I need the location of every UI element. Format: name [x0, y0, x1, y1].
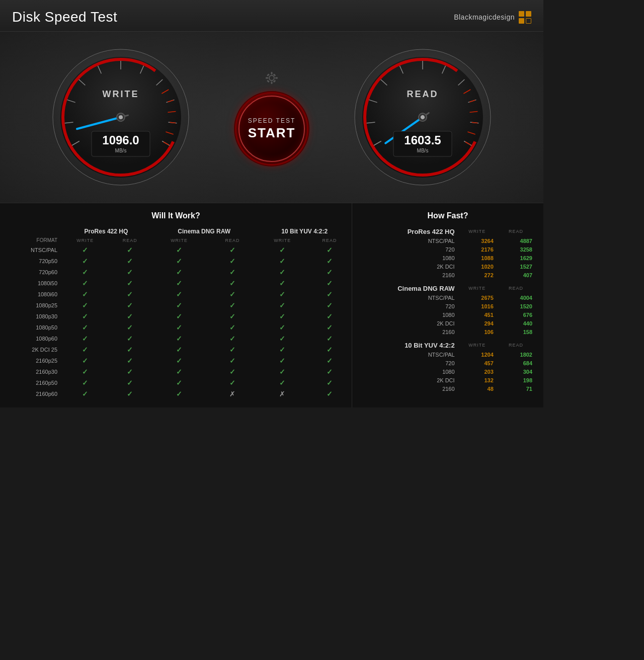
how-fast-row-label: 720 [360, 245, 458, 254]
will-cell: ✓ [151, 322, 207, 333]
check-icon: ✓ [229, 301, 235, 309]
will-table-row: 2160p60✓✓✓✗✗✓ [0, 388, 352, 399]
check-icon: ✓ [229, 357, 235, 365]
format-row-label: 2160p50 [0, 377, 61, 388]
will-cell: ✓ [207, 289, 257, 300]
read-gauge-container: READ 1603.5 MB/s [312, 47, 533, 188]
svg-text:1096.0: 1096.0 [102, 133, 139, 147]
check-icon: ✓ [82, 357, 88, 365]
svg-rect-29 [271, 72, 273, 74]
will-cell: ✗ [258, 388, 308, 399]
how-fast-divider [360, 336, 535, 340]
how-fast-read-header: READ [497, 226, 535, 236]
how-fast-row-label: NTSC/PAL [360, 236, 458, 245]
check-icon: ✓ [279, 301, 285, 309]
how-fast-title: How Fast? [360, 211, 535, 220]
svg-text:1603.5: 1603.5 [404, 133, 441, 147]
brand-icon [519, 11, 531, 24]
will-cell: ✓ [307, 278, 352, 289]
how-fast-read-value: 407 [497, 271, 535, 279]
how-fast-read-value: 440 [497, 319, 535, 327]
check-icon: ✓ [176, 357, 182, 365]
check-icon: ✓ [229, 279, 235, 287]
check-icon: ✓ [82, 246, 88, 254]
check-icon: ✓ [176, 268, 182, 276]
will-cell: ✓ [307, 344, 352, 355]
read-gauge: READ 1603.5 MB/s [352, 47, 493, 188]
will-cell: ✓ [207, 311, 257, 322]
speed-test-start-button[interactable]: SPEED TEST START [236, 94, 307, 164]
will-table-row: 1080i50✓✓✓✓✓✓ [0, 278, 352, 289]
how-fast-write-value: 1204 [458, 350, 497, 359]
will-cell: ✓ [307, 311, 352, 322]
will-cell: ✓ [109, 388, 151, 399]
will-cell: ✓ [61, 289, 109, 300]
will-cell: ✓ [307, 256, 352, 267]
will-cell: ✓ [307, 333, 352, 344]
will-cell: ✓ [258, 366, 308, 377]
how-fast-write-value: 1016 [458, 302, 497, 310]
how-fast-write-value: 2176 [458, 245, 497, 254]
will-cell: ✓ [258, 267, 308, 278]
will-cell: ✓ [151, 355, 207, 366]
check-icon: ✓ [229, 312, 235, 320]
svg-rect-32 [275, 77, 278, 79]
will-cell: ✓ [151, 267, 207, 278]
will-cell: ✓ [109, 289, 151, 300]
how-fast-read-header: READ [497, 340, 535, 350]
will-cell: ✓ [151, 300, 207, 311]
will-it-work-table: ProRes 422 HQ Cinema DNG RAW 10 Bit YUV … [0, 226, 352, 399]
check-icon: ✓ [127, 257, 133, 265]
will-cell: ✓ [258, 322, 308, 333]
format-row-label: 1080p30 [0, 311, 61, 322]
will-it-work-section: Will It Work? ProRes 422 HQ Cinema DNG R… [0, 203, 352, 407]
prores-group-header: ProRes 422 HQ [61, 226, 151, 236]
will-cell: ✓ [109, 300, 151, 311]
how-fast-section-name: 10 Bit YUV 4:2:2 [360, 340, 458, 350]
check-icon: ✓ [176, 390, 182, 398]
settings-gear-icon[interactable] [264, 70, 279, 86]
check-icon: ✓ [82, 301, 88, 309]
check-icon: ✓ [327, 368, 333, 376]
will-cell: ✓ [307, 377, 352, 388]
check-icon: ✓ [327, 290, 333, 298]
how-fast-section-row: ProRes 422 HQ WRITE READ [360, 226, 535, 236]
check-icon: ✓ [279, 323, 285, 332]
format-row-label: 720p50 [0, 256, 61, 267]
svg-text:MB/s: MB/s [417, 148, 429, 153]
how-fast-row-label: 720 [360, 302, 458, 310]
yuv-group-header: 10 Bit YUV 4:2:2 [258, 226, 352, 236]
will-cell: ✓ [151, 311, 207, 322]
will-cell: ✓ [207, 322, 257, 333]
will-cell: ✓ [151, 344, 207, 355]
start-button-line1: SPEED TEST [248, 117, 295, 124]
check-icon: ✓ [327, 335, 333, 343]
will-cell: ✗ [207, 388, 257, 399]
how-fast-data-row: 2160 106 158 [360, 327, 535, 336]
check-icon: ✓ [82, 290, 88, 298]
will-table-row: 2160p30✓✓✓✓✓✓ [0, 366, 352, 377]
will-cell: ✓ [61, 333, 109, 344]
will-cell: ✓ [151, 256, 207, 267]
svg-rect-31 [266, 77, 268, 79]
how-fast-read-value: 676 [497, 310, 535, 319]
how-fast-read-value: 1802 [497, 350, 535, 359]
will-table-row: 2160p50✓✓✓✓✓✓ [0, 377, 352, 388]
check-icon: ✓ [327, 379, 333, 387]
will-cell: ✓ [207, 377, 257, 388]
how-fast-read-value: 4004 [497, 293, 535, 302]
check-icon: ✓ [127, 290, 133, 298]
will-cell: ✓ [151, 278, 207, 289]
check-icon: ✓ [82, 368, 88, 376]
check-icon: ✓ [127, 279, 133, 287]
how-fast-write-value: 457 [458, 359, 497, 367]
how-fast-divider [360, 279, 535, 283]
check-icon: ✓ [279, 357, 285, 365]
svg-rect-30 [271, 81, 273, 84]
prores-read-label: READ [109, 236, 151, 244]
will-cell: ✓ [307, 355, 352, 366]
will-cell: ✓ [307, 322, 352, 333]
will-cell: ✓ [207, 366, 257, 377]
how-fast-write-value: 2675 [458, 293, 497, 302]
format-row-label: 1080i60 [0, 289, 61, 300]
